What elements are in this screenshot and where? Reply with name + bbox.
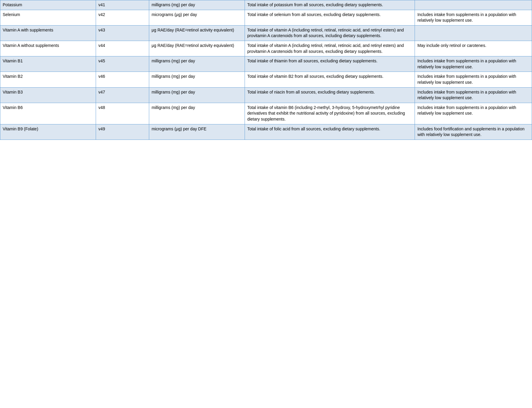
cell-r2-c3: Total intake of vitamin A (including ret… xyxy=(245,25,415,41)
cell-r8-c4: Includes food fortification and suppleme… xyxy=(415,124,532,140)
table-row: Vitamin A with supplementsv43μg RAE/day … xyxy=(0,25,532,41)
table-row: Potassiumv41milligrams (mg) per dayTotal… xyxy=(0,0,532,10)
cell-r4-c3: Total intake of thiamin from all sources… xyxy=(245,56,415,72)
cell-r1-c3: Total intake of selenium from all source… xyxy=(245,10,415,25)
cell-r0-c1: v41 xyxy=(96,0,149,10)
table-row: Vitamin B9 (Folate)v49micrograms (μg) pe… xyxy=(0,124,532,140)
cell-r8-c1: v49 xyxy=(96,124,149,140)
cell-r4-c2: milligrams (mg) per day xyxy=(149,56,245,72)
cell-r2-c4 xyxy=(415,25,532,41)
cell-r0-c2: milligrams (mg) per day xyxy=(149,0,245,10)
cell-r0-c0: Potassium xyxy=(0,0,96,10)
cell-r3-c3: Total intake of vitamin A (including ret… xyxy=(245,41,415,56)
cell-r3-c4: May include only retinol or carotenes. xyxy=(415,41,532,56)
cell-r8-c3: Total intake of folic acid from all sour… xyxy=(245,124,415,140)
cell-r5-c4: Includes intake from supplements in a po… xyxy=(415,72,532,87)
cell-r7-c1: v48 xyxy=(96,103,149,124)
table-row: Vitamin A without supplementsv44μg RAE/d… xyxy=(0,41,532,56)
cell-r1-c2: micrograms (μg) per day xyxy=(149,10,245,25)
table-row: Vitamin B2v46milligrams (mg) per dayTota… xyxy=(0,72,532,87)
cell-r4-c1: v45 xyxy=(96,56,149,72)
cell-r4-c0: Vitamin B1 xyxy=(0,56,96,72)
cell-r8-c2: micrograms (μg) per day DFE xyxy=(149,124,245,140)
cell-r6-c3: Total intake of niacin from all sources,… xyxy=(245,87,415,103)
table-row: Vitamin B6v48milligrams (mg) per dayTota… xyxy=(0,103,532,124)
cell-r7-c4: Includes intake from supplements in a po… xyxy=(415,103,532,124)
cell-r1-c4: Includes intake from supplements in a po… xyxy=(415,10,532,25)
cell-r3-c0: Vitamin A without supplements xyxy=(0,41,96,56)
cell-r5-c0: Vitamin B2 xyxy=(0,72,96,87)
cell-r7-c2: milligrams (mg) per day xyxy=(149,103,245,124)
cell-r1-c0: Selenium xyxy=(0,10,96,25)
cell-r6-c4: Includes intake from supplements in a po… xyxy=(415,87,532,103)
cell-r4-c4: Includes intake from supplements in a po… xyxy=(415,56,532,72)
table-row: Seleniumv42micrograms (μg) per dayTotal … xyxy=(0,10,532,25)
cell-r2-c2: μg RAE/day (RAE=retinol activity equival… xyxy=(149,25,245,41)
cell-r5-c3: Total intake of vitamin B2 from all sour… xyxy=(245,72,415,87)
cell-r6-c2: milligrams (mg) per day xyxy=(149,87,245,103)
cell-r7-c3: Total intake of vitamin B6 (including 2-… xyxy=(245,103,415,124)
cell-r5-c2: milligrams (mg) per day xyxy=(149,72,245,87)
cell-r2-c0: Vitamin A with supplements xyxy=(0,25,96,41)
cell-r3-c2: μg RAE/day (RAE=retinol activity equival… xyxy=(149,41,245,56)
cell-r6-c1: v47 xyxy=(96,87,149,103)
cell-r3-c1: v44 xyxy=(96,41,149,56)
nutrients-table: Potassiumv41milligrams (mg) per dayTotal… xyxy=(0,0,532,140)
cell-r0-c3: Total intake of potassium from all sourc… xyxy=(245,0,415,10)
table-row: Vitamin B1v45milligrams (mg) per dayTota… xyxy=(0,56,532,72)
cell-r8-c0: Vitamin B9 (Folate) xyxy=(0,124,96,140)
cell-r2-c1: v43 xyxy=(96,25,149,41)
cell-r6-c0: Vitamin B3 xyxy=(0,87,96,103)
cell-r1-c1: v42 xyxy=(96,10,149,25)
cell-r0-c4 xyxy=(415,0,532,10)
table-row: Vitamin B3v47milligrams (mg) per dayTota… xyxy=(0,87,532,103)
cell-r7-c0: Vitamin B6 xyxy=(0,103,96,124)
cell-r5-c1: v46 xyxy=(96,72,149,87)
